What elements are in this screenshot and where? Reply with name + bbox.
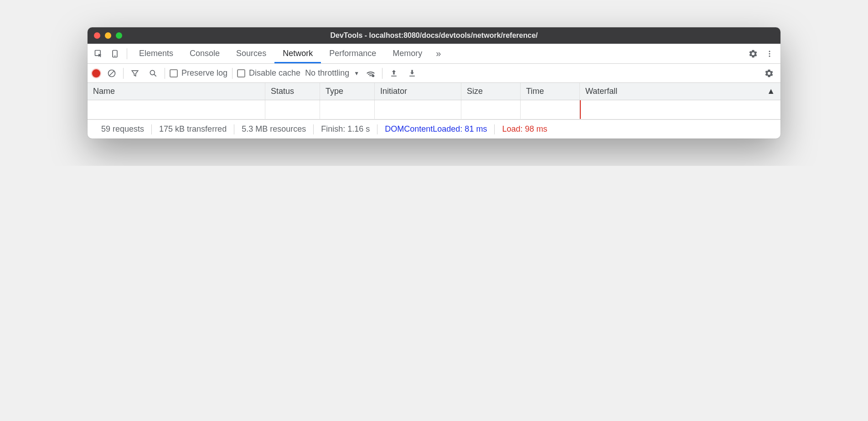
col-initiator[interactable]: Initiator (375, 83, 461, 100)
disable-cache-checkbox[interactable]: Disable cache (237, 68, 300, 78)
svg-point-5 (769, 55, 770, 56)
svg-point-8 (150, 70, 155, 75)
sort-indicator-icon: ▲ (767, 87, 775, 96)
minimize-window-button[interactable] (105, 32, 111, 39)
svg-point-10 (372, 74, 375, 77)
titlebar: DevTools - localhost:8080/docs/devtools/… (88, 27, 780, 44)
tab-network[interactable]: Network (274, 44, 321, 63)
status-bar: 59 requests 175 kB transferred 5.3 MB re… (88, 119, 780, 139)
upload-har-icon[interactable] (387, 67, 401, 80)
window-title: DevTools - localhost:8080/docs/devtools/… (88, 31, 780, 40)
preserve-log-checkbox[interactable]: Preserve log (170, 68, 227, 78)
status-finish: Finish: 1.16 s (314, 124, 377, 134)
svg-point-3 (769, 51, 770, 52)
col-status[interactable]: Status (265, 83, 320, 100)
close-window-button[interactable] (94, 32, 100, 39)
tab-memory[interactable]: Memory (384, 44, 430, 63)
search-icon[interactable] (146, 67, 160, 80)
traffic-lights (94, 32, 122, 39)
col-name[interactable]: Name (88, 83, 265, 100)
disable-cache-label: Disable cache (249, 68, 300, 78)
network-toolbar: Preserve log Disable cache No throttling… (88, 64, 780, 83)
devtools-window: DevTools - localhost:8080/docs/devtools/… (88, 27, 780, 139)
tab-elements[interactable]: Elements (131, 44, 181, 63)
tab-sources[interactable]: Sources (228, 44, 274, 63)
status-requests: 59 requests (94, 124, 151, 134)
svg-line-9 (154, 74, 156, 77)
network-conditions-icon[interactable] (364, 67, 377, 80)
col-waterfall[interactable]: Waterfall ▲ (580, 83, 780, 100)
tool-tabs: ElementsConsoleSourcesNetworkPerformance… (88, 44, 780, 64)
more-tabs-icon[interactable]: » (430, 48, 444, 59)
empty-row (88, 100, 780, 119)
clear-icon[interactable] (105, 67, 119, 80)
settings-icon[interactable] (745, 46, 761, 62)
status-transferred: 175 kB transferred (152, 124, 234, 134)
col-type[interactable]: Type (320, 83, 375, 100)
status-load: Load: 98 ms (495, 124, 554, 134)
svg-point-4 (769, 53, 770, 54)
throttling-select[interactable]: No throttling ▼ (305, 68, 359, 78)
dropdown-triangle-icon: ▼ (354, 70, 359, 77)
throttling-value: No throttling (305, 68, 349, 78)
record-button[interactable] (92, 69, 100, 77)
kebab-menu-icon[interactable] (761, 46, 778, 62)
preserve-log-label: Preserve log (181, 68, 227, 78)
tab-console[interactable]: Console (181, 44, 228, 63)
waterfall-cell (580, 100, 780, 119)
svg-rect-11 (391, 76, 397, 77)
network-table: Name Status Type Initiator Size Time Wat… (88, 83, 780, 119)
download-har-icon[interactable] (405, 67, 419, 80)
network-settings-icon[interactable] (762, 67, 776, 80)
svg-rect-12 (409, 76, 415, 77)
col-size[interactable]: Size (461, 83, 521, 100)
inspect-element-icon[interactable] (90, 46, 107, 62)
filter-icon[interactable] (128, 67, 142, 80)
col-time[interactable]: Time (521, 83, 580, 100)
device-toolbar-icon[interactable] (107, 46, 123, 62)
svg-line-7 (109, 71, 114, 76)
tab-performance[interactable]: Performance (321, 44, 384, 63)
status-resources: 5.3 MB resources (234, 124, 313, 134)
status-domcontentloaded: DOMContentLoaded: 81 ms (377, 124, 494, 134)
table-header: Name Status Type Initiator Size Time Wat… (88, 83, 780, 100)
zoom-window-button[interactable] (116, 32, 122, 39)
